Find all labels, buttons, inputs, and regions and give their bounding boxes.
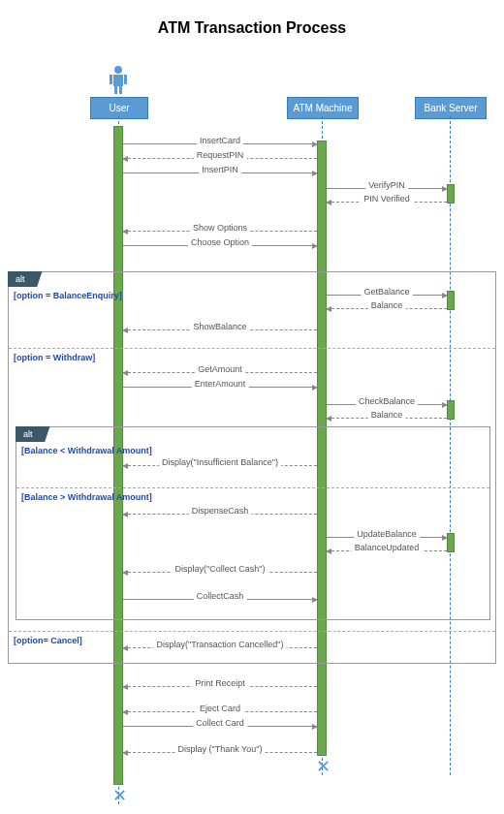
user-actor-icon — [110, 65, 127, 94]
guard-2: [option = Withdraw] — [14, 353, 95, 362]
msg-getbalance: GetBalance — [361, 287, 412, 297]
msg-updatebalance: UpdateBalance — [354, 529, 420, 539]
svg-rect-5 — [119, 86, 122, 94]
svg-rect-1 — [113, 75, 123, 86]
msg-checkbalance: CheckBalance — [356, 396, 418, 406]
msg-ejectcard: Eject Card — [197, 704, 243, 713]
msg-chooseoption: Choose Option — [188, 237, 252, 247]
destroy-user: ✕ — [112, 785, 127, 806]
diagram-title: ATM Transaction Process — [0, 0, 504, 37]
svg-rect-3 — [124, 75, 127, 84]
frame-divider — [9, 348, 495, 349]
msg-dispensecash: DispenseCash — [189, 506, 252, 516]
msg-insertcard: InsertCard — [197, 136, 243, 145]
destroy-atm: ✕ — [316, 756, 331, 777]
alt-frame-2-label: alt — [16, 426, 50, 442]
svg-point-0 — [114, 66, 122, 74]
guard-4: [Balance > Withdrawal Amount] — [21, 492, 152, 502]
participant-atm: ATM Machine — [287, 97, 359, 119]
msg-collectcash: CollectCash — [194, 591, 247, 601]
guard-1: [option = BalanceEnquiry] — [14, 291, 122, 300]
msg-balanceupdated: BalanceUpdated — [352, 543, 423, 552]
msg-showbalance: ShowBalance — [190, 322, 249, 331]
msg-requestpin: RequestPIN — [194, 150, 247, 160]
msg-pinverified: PIN Verified — [361, 194, 413, 204]
alt-frame-1-label: alt — [8, 271, 43, 287]
msg-getamount: GetAmount — [195, 364, 245, 374]
msg-collectcashdisp: Display("Collect Cash") — [173, 564, 268, 574]
msg-enteramount: EnterAmount — [192, 379, 249, 389]
svg-rect-2 — [110, 75, 112, 84]
msg-collectcard: Collect Card — [193, 718, 247, 728]
msg-balance2: Balance — [368, 410, 406, 420]
activation-bank-1 — [447, 184, 455, 204]
msg-showoptions: Show Options — [190, 223, 250, 233]
participant-bank: Bank Server — [415, 97, 487, 119]
guard-5: [option= Cancel] — [14, 636, 82, 645]
msg-verifypin: VerifyPIN — [365, 180, 408, 190]
frame-divider — [16, 487, 489, 488]
alt-frame-2: alt — [16, 426, 490, 620]
msg-insertpin: InsertPIN — [199, 165, 241, 174]
participant-user: User — [90, 97, 148, 119]
svg-rect-4 — [114, 86, 117, 94]
msg-thankyou: Display ("Thank You") — [175, 744, 266, 754]
frame-divider — [9, 631, 495, 632]
msg-insufficient: Display("Insufficient Balance") — [159, 457, 281, 467]
msg-balance1: Balance — [368, 300, 406, 310]
guard-3: [Balance < Withdrawal Amount] — [21, 446, 152, 455]
msg-printreceipt: Print Receipt — [192, 678, 248, 688]
msg-cancelled: Display("Transaction Cancelled") — [153, 640, 286, 649]
